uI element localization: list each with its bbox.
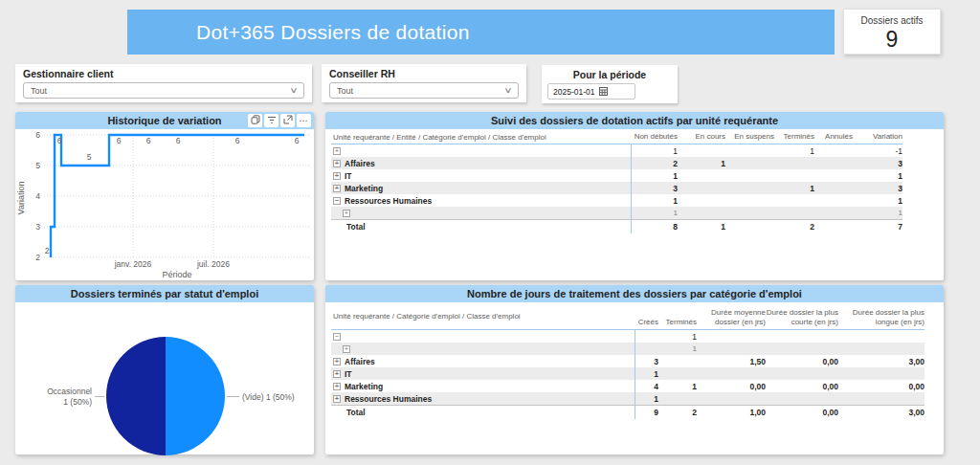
visual-jours-de-traitement-table: Nombre de jours de traitement des dossie…	[325, 285, 944, 454]
column-header: En suspens	[725, 132, 774, 142]
svg-text:janv. 2026: janv. 2026	[114, 259, 152, 269]
value-cell: 0,00	[838, 382, 924, 391]
matrix-table: Unité requérante / Catégorie d'emploi / …	[325, 302, 944, 419]
total-label-cell: Total	[331, 406, 635, 419]
slicer-conseiller-rh: Conseiller RH Tout ∨	[322, 64, 526, 102]
pie-slice-label-vide: (Vide) 1 (50%)	[242, 392, 295, 403]
visual-header: Suivi des dossiers de dotation actifs pa…	[325, 112, 944, 129]
svg-text:2: 2	[45, 246, 50, 255]
table-row: +1	[331, 343, 924, 355]
chevron-down-icon: ∨	[289, 86, 298, 95]
expand-icon[interactable]: +	[333, 160, 341, 167]
value-cell: 1	[853, 209, 902, 217]
toolbar-focus-mode-button[interactable]	[280, 114, 295, 127]
slicer-label: Pour la période	[542, 65, 678, 80]
table-row-it: +IT11	[331, 169, 902, 182]
calendar-icon	[599, 87, 608, 96]
value-cell: 0,00	[766, 357, 838, 366]
pie-callout-line	[227, 396, 239, 397]
value-cell: 1	[853, 196, 902, 206]
expand-icon[interactable]: +	[343, 210, 350, 217]
expand-icon[interactable]: +	[333, 358, 341, 365]
slicer-gestionnaire-client: Gestionnaire client Tout ∨	[15, 64, 312, 102]
table-row: −1	[331, 330, 924, 343]
row-label: IT	[345, 369, 352, 379]
svg-text:juil. 2026: juil. 2026	[196, 259, 230, 269]
row-label-cell: +Ressources Humaines	[331, 392, 635, 405]
row-label-cell: +IT	[331, 169, 632, 182]
line-chart-svg: 65432janv. 2026juil. 2026VariationPériod…	[15, 129, 314, 280]
table-row-ressources-humaines: −Ressources Humaines11	[331, 194, 902, 207]
dropdown-value: Tout	[31, 86, 47, 96]
focus-mode-icon	[283, 115, 293, 126]
total-label: Total	[346, 222, 366, 232]
visual-historique-de-variation: Historique de variation ⋯ 65432janv. 202…	[15, 112, 314, 280]
svg-text:6: 6	[57, 136, 62, 145]
expand-icon[interactable]: +	[333, 383, 341, 390]
conseiller-rh-dropdown[interactable]: Tout ∨	[329, 82, 519, 99]
value-cell: 1	[632, 146, 678, 156]
total-value-cell: 7	[853, 222, 902, 232]
table-row-it: +IT1	[331, 367, 924, 380]
pie-callout-line	[95, 396, 104, 397]
row-label: Affaires	[345, 357, 375, 366]
value-cell: 3	[632, 184, 678, 193]
row-label-cell: −Ressources Humaines	[331, 194, 632, 207]
slicer-label: Conseiller RH	[322, 64, 526, 79]
visual-header: Historique de variation ⋯	[15, 112, 314, 129]
pie-slice-label-occasionnel: Occasionnel 1 (50%)	[25, 387, 92, 408]
value-cell: 1	[632, 171, 678, 181]
total-value-cell: 9	[635, 408, 658, 417]
dashboard-page: Dot+365 Dossiers de dotation Dossiers ac…	[0, 0, 980, 465]
toolbar-copy-button[interactable]	[248, 114, 262, 127]
collapse-icon[interactable]: −	[333, 333, 341, 341]
row-header-label: Unité requérante / Catégorie d'emploi / …	[331, 305, 635, 327]
svg-text:6: 6	[117, 136, 122, 145]
expand-icon[interactable]: +	[343, 345, 350, 353]
x-axis-title: Période	[162, 270, 191, 279]
y-axis-title: Variation	[16, 182, 26, 215]
column-header: En cours	[678, 132, 725, 142]
row-label: Affaires	[345, 159, 375, 168]
toolbar-filter-button[interactable]	[264, 114, 278, 127]
svg-text:4: 4	[35, 191, 40, 201]
expand-icon[interactable]: +	[333, 370, 341, 378]
gridlines: 65432janv. 2026juil. 2026	[35, 130, 310, 269]
gestionnaire-client-dropdown[interactable]: Tout ∨	[23, 82, 304, 99]
column-header: Créés	[635, 318, 658, 327]
row-label: IT	[345, 171, 352, 181]
value-cell: 0,00	[766, 382, 838, 391]
kpi-card-dossiers-actifs: Dossiers actifs 9	[843, 9, 941, 55]
table-header-row: Unité requérante / Entité / Catégorie d'…	[331, 132, 902, 144]
collapse-icon[interactable]: −	[333, 197, 341, 205]
slicer-label: Gestionnaire client	[15, 64, 312, 79]
periode-date-input[interactable]: 2025-01-01	[547, 83, 635, 100]
value-cell: 1	[632, 209, 678, 217]
value-cell: 1	[774, 146, 814, 156]
total-label: Total	[346, 408, 366, 417]
svg-text:3: 3	[35, 222, 40, 232]
value-cell: 3	[853, 184, 902, 193]
kpi-label: Dossiers actifs	[844, 15, 940, 26]
table-body: −1+1+Affaires31,500,003,00+IT1+Marketing…	[331, 330, 944, 405]
toolbar-more-options-button[interactable]: ⋯	[297, 114, 311, 127]
row-label-cell: +	[331, 207, 632, 219]
pie-chart[interactable]	[106, 337, 225, 455]
table-row-affaires: +Affaires213	[331, 157, 902, 169]
expand-icon[interactable]: +	[333, 172, 341, 180]
value-cell: 1	[632, 196, 678, 206]
expand-icon[interactable]: +	[333, 395, 341, 403]
value-cell: 3	[853, 159, 902, 168]
expand-icon[interactable]: +	[333, 185, 341, 192]
value-cell: -1	[853, 146, 902, 156]
value-cell: 1	[774, 184, 814, 193]
column-header: Variation	[853, 132, 902, 142]
matrix-table: Unité requérante / Entité / Catégorie d'…	[325, 129, 944, 233]
total-value-cell: 0,00	[766, 408, 838, 417]
expand-icon[interactable]: +	[333, 147, 341, 155]
value-cell: 3,00	[838, 357, 924, 366]
row-label-cell: +IT	[331, 367, 635, 380]
column-header: Durée dossier la plus longue (en jrs)	[838, 308, 924, 327]
column-header: Non débutés	[632, 132, 678, 142]
chevron-down-icon: ∨	[503, 86, 512, 95]
